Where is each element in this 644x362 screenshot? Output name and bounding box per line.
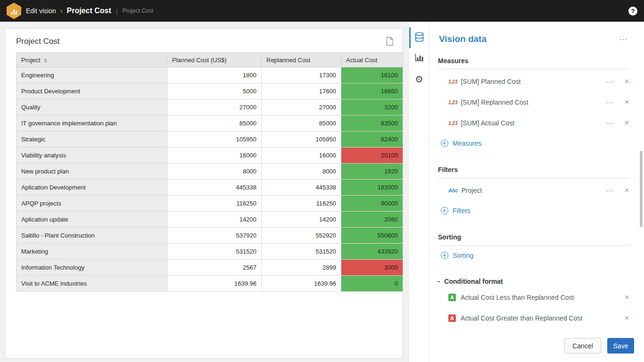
- panel-scrollbar[interactable]: [640, 151, 643, 227]
- panel-menu-icon[interactable]: ⋯: [619, 34, 628, 44]
- row-controls: ×: [625, 293, 630, 302]
- row-controls: ×: [625, 314, 630, 322]
- table-row: IT governance implementation plan8500085…: [17, 115, 403, 132]
- conditional-format-heading: Conditional format: [444, 278, 503, 285]
- actual-cost-cell: 83500: [341, 115, 403, 132]
- replanned-cost-cell: 16000: [262, 148, 341, 164]
- planned-cost-cell: 5000: [167, 83, 262, 99]
- conditional-format-item[interactable]: AActual Cost Less than Replanned Cost×: [438, 287, 630, 308]
- gear-icon: ⚙: [415, 74, 423, 84]
- planned-cost-cell: 1800: [167, 67, 262, 83]
- format-swatch-icon: A: [448, 314, 456, 322]
- item-menu-icon[interactable]: ⋯: [606, 119, 614, 128]
- column-header-label: Project: [21, 57, 40, 64]
- panel-header: Vision data ⋯: [429, 22, 644, 44]
- column-header-actual-cost[interactable]: Actual Cost: [341, 53, 403, 67]
- project-name-cell: Quality: [17, 99, 167, 115]
- replanned-cost-cell: 105950: [262, 132, 341, 148]
- item-label: [SUM] Replanned Cost: [461, 99, 528, 106]
- item-remove-icon[interactable]: ×: [625, 77, 629, 86]
- table-row: Visit to ACME Industries1639.961639.960: [17, 276, 403, 292]
- help-icon[interactable]: ?: [628, 7, 637, 16]
- table-row: Information Technology256728993000: [17, 260, 403, 276]
- sorting-heading: Sorting: [438, 233, 630, 246]
- actual-cost-cell: 433920: [341, 244, 403, 260]
- project-name-cell: IT governance implementation plan: [17, 115, 167, 132]
- panel-tab-strip: ⚙: [409, 22, 429, 362]
- project-name-cell: Information Technology: [17, 260, 167, 276]
- conditional-format-list: AActual Cost Less than Replanned Cost×AA…: [438, 287, 630, 329]
- replanned-cost-cell: 8000: [262, 164, 341, 180]
- item-label: Project: [462, 187, 482, 194]
- panel-footer: Cancel Save: [564, 338, 634, 354]
- column-header-project[interactable]: Project⇅: [17, 53, 167, 67]
- project-name-cell: Marketing: [17, 244, 167, 260]
- topbar: Edit vision › Project Cost | Project Cos…: [0, 0, 644, 22]
- number-format-icon: 1,23: [448, 100, 457, 105]
- panel-sections: Measures 1,23[SUM] Planned Cost⋯×1,23[SU…: [429, 57, 644, 329]
- item-remove-icon[interactable]: ×: [625, 186, 629, 195]
- table-row: Engineering18001730016100: [17, 67, 403, 83]
- tab-chart-settings[interactable]: [409, 48, 429, 69]
- sort-icon[interactable]: ⇅: [43, 58, 47, 63]
- actual-cost-cell: 3000: [341, 260, 403, 276]
- tab-widget-settings[interactable]: ⚙: [409, 69, 429, 90]
- replanned-cost-cell: 2899: [262, 260, 341, 276]
- table-row: Marketing531520531520433920: [17, 244, 403, 260]
- actual-cost-cell: 20100: [341, 148, 403, 164]
- project-name-cell: Product Development: [17, 83, 167, 99]
- tab-vision-data[interactable]: [409, 27, 429, 48]
- conditional-format-header[interactable]: › Conditional format: [438, 278, 630, 285]
- help-glyph: ?: [631, 8, 635, 15]
- table-row: Viability analysis160001600020100: [17, 148, 403, 164]
- row-controls: ⋯×: [606, 119, 630, 128]
- column-header-planned-cost[interactable]: Planned Cost (US$): [167, 53, 262, 67]
- planned-cost-cell: 1639.96: [167, 276, 262, 292]
- replanned-cost-cell: 552920: [262, 228, 341, 244]
- plus-circle-icon: [441, 207, 448, 214]
- row-controls: ⋯×: [606, 186, 630, 195]
- save-button[interactable]: Save: [607, 338, 634, 354]
- planned-cost-cell: 116250: [167, 196, 262, 212]
- document-icon[interactable]: [386, 37, 393, 46]
- item-menu-icon[interactable]: ⋯: [606, 77, 614, 86]
- add-measures-button[interactable]: Measures: [438, 133, 630, 153]
- item-remove-icon[interactable]: ×: [625, 314, 629, 322]
- filter-item[interactable]: AbcProject⋯×: [438, 180, 630, 201]
- widget-title: Project Cost: [16, 37, 60, 46]
- logo-bar-icon: [11, 12, 12, 15]
- replanned-cost-cell: 27000: [262, 99, 341, 115]
- item-remove-icon[interactable]: ×: [625, 119, 629, 127]
- measure-item[interactable]: 1,23[SUM] Planned Cost⋯×: [438, 71, 630, 92]
- project-name-cell: Saltillo - Plant Construction: [17, 228, 167, 244]
- add-sorting-button[interactable]: Sorting: [438, 246, 630, 265]
- conditional-format-item[interactable]: AActual Cost Greater than Replanned Cost…: [438, 308, 630, 329]
- database-icon: [415, 32, 424, 44]
- add-filters-label: Filters: [453, 207, 471, 214]
- column-header-replanned-cost[interactable]: Replanned Cost: [262, 53, 341, 67]
- measure-item[interactable]: 1,23[SUM] Replanned Cost⋯×: [438, 92, 630, 113]
- add-filters-button[interactable]: Filters: [438, 201, 630, 221]
- replanned-cost-cell: 116250: [262, 196, 341, 212]
- measures-heading: Measures: [438, 57, 630, 69]
- breadcrumb-edit-vision[interactable]: Edit vision: [26, 7, 56, 15]
- page-subtitle: Project Cost: [123, 8, 153, 14]
- item-label: Actual Cost Less than Replanned Cost: [461, 294, 574, 301]
- logo-bar-icon: [13, 9, 15, 15]
- planned-cost-cell: 531520: [167, 244, 262, 260]
- row-controls: ⋯×: [606, 77, 630, 86]
- planned-cost-cell: 105950: [167, 132, 262, 148]
- project-name-cell: Strategic: [17, 132, 167, 148]
- title-divider: |: [116, 7, 118, 15]
- actual-cost-cell: 0: [341, 276, 403, 292]
- item-menu-icon[interactable]: ⋯: [606, 186, 614, 195]
- measure-item[interactable]: 1,23[SUM] Actual Cost⋯×: [438, 113, 630, 133]
- cancel-button[interactable]: Cancel: [564, 338, 601, 354]
- actual-cost-cell: 90000: [341, 196, 403, 212]
- plus-circle-icon: [441, 252, 448, 259]
- item-remove-icon[interactable]: ×: [625, 293, 629, 302]
- item-menu-icon[interactable]: ⋯: [606, 98, 614, 107]
- row-controls: ⋯×: [606, 98, 630, 107]
- item-remove-icon[interactable]: ×: [625, 98, 629, 107]
- app-logo-icon[interactable]: [7, 3, 21, 19]
